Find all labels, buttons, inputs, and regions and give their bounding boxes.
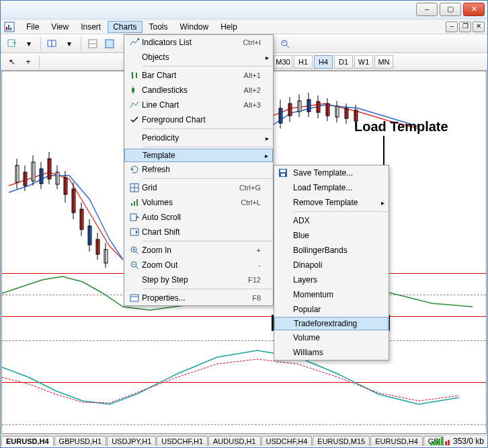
autoscroll-icon-icon: [127, 211, 142, 223]
menu-item-shortcut: +: [245, 246, 261, 254]
menu-item-zoom-in[interactable]: Zoom In+: [124, 243, 273, 258]
timeframe-mn[interactable]: MN: [374, 55, 393, 69]
chart-tab[interactable]: GBPUSD,H1: [54, 436, 107, 446]
mdi-minimize-button[interactable]: –: [446, 22, 458, 32]
blank-icon: [127, 274, 142, 286]
chart-tab[interactable]: EURUSD,M15: [313, 436, 370, 446]
menu-file[interactable]: File: [21, 21, 44, 33]
menu-item-label: Dinapoli: [293, 260, 379, 270]
status-bar: 353/0 kb: [430, 437, 484, 446]
menu-item-label: Line Chart: [142, 100, 232, 110]
menu-item-properties[interactable]: Properties...F8: [124, 291, 273, 305]
submenu-arrow-icon: ▸: [265, 152, 268, 159]
chart-tab[interactable]: USDJPY,H1: [107, 436, 156, 446]
market-watch-button[interactable]: [85, 36, 100, 51]
window-close-button[interactable]: ✕: [463, 3, 485, 16]
charts-dropdown-menu: Indicators ListCtrl+IObjects▸Bar ChartAl…: [124, 34, 274, 306]
template-item-layers[interactable]: Layers: [274, 272, 389, 287]
chart-tab[interactable]: EURUSD,H4: [1, 436, 54, 446]
navigator-button[interactable]: [102, 36, 117, 51]
menu-charts[interactable]: Charts: [108, 21, 142, 33]
menu-item-label: Zoom In: [142, 246, 245, 255]
template-item-williams[interactable]: Williams: [274, 345, 389, 360]
menu-item-auto-scroll[interactable]: Auto Scroll: [124, 210, 273, 225]
timeframe-d1[interactable]: D1: [334, 55, 353, 69]
submenu-arrow-icon: ▸: [266, 54, 269, 61]
menu-item-grid[interactable]: GridCtrl+G: [124, 180, 273, 195]
menu-view[interactable]: View: [46, 21, 74, 33]
menu-tools[interactable]: Tools: [144, 21, 173, 33]
template-item-popular[interactable]: Popular: [274, 302, 389, 317]
app-icon: [3, 21, 15, 33]
profiles-button[interactable]: [45, 36, 60, 51]
chart-tab[interactable]: EURUSD,H4: [370, 436, 423, 446]
template-item-blue[interactable]: Blue: [274, 228, 389, 243]
blank-icon: [127, 132, 142, 144]
svg-rect-84: [130, 214, 136, 221]
menu-window[interactable]: Window: [175, 21, 214, 33]
zoom-out-toolbar-icon[interactable]: -: [278, 36, 292, 51]
menu-item-line-chart[interactable]: Line ChartAlt+3: [124, 98, 273, 112]
dropdown-arrow-icon[interactable]: ▾: [62, 36, 77, 51]
cursor-tool-icon[interactable]: ↖: [5, 54, 19, 69]
menu-item-label: Zoom Out: [142, 260, 246, 270]
chartshift-icon-icon: [127, 226, 142, 238]
menu-item-indicators-list[interactable]: Indicators ListCtrl+I: [124, 35, 273, 50]
menu-item-shortcut: F8: [240, 294, 261, 302]
mdi-restore-button[interactable]: ❐: [459, 22, 471, 32]
menu-item-label: ADX: [293, 216, 379, 225]
submenu-arrow-icon: ▸: [381, 199, 384, 207]
menu-item-chart-shift[interactable]: Chart Shift: [124, 225, 273, 239]
svg-rect-104: [441, 437, 443, 445]
crosshair-tool-icon[interactable]: +: [21, 54, 36, 69]
chart-tab[interactable]: USDCHF,H1: [157, 436, 208, 446]
menu-item-label: Load Template...: [293, 183, 379, 192]
timeframe-m30[interactable]: M30: [274, 55, 292, 69]
chart-tab[interactable]: AUDUSD,H1: [208, 436, 261, 446]
timeframe-h1[interactable]: H1: [294, 55, 313, 69]
template-item-tradeforextrading[interactable]: Tradeforextrading: [274, 317, 389, 330]
titlebar[interactable]: – ▢ ✕: [1, 1, 487, 20]
svg-rect-2: [8, 25, 9, 30]
svg-rect-102: [436, 440, 438, 445]
chart-tab[interactable]: USDCHF,H4: [261, 436, 313, 446]
template-item-bollingerbands[interactable]: BollingerBands: [274, 243, 389, 258]
menu-item-objects[interactable]: Objects▸: [124, 50, 273, 65]
menu-item-label: Popular: [293, 305, 379, 314]
template-item-load-template[interactable]: Load Template...: [274, 180, 389, 195]
window-maximize-button[interactable]: ▢: [440, 3, 461, 16]
menu-help[interactable]: Help: [215, 21, 243, 33]
svg-rect-6: [48, 40, 52, 46]
template-item-volume[interactable]: Volume: [274, 330, 389, 345]
svg-rect-103: [438, 439, 440, 445]
menu-item-label: Grid: [142, 183, 227, 192]
timeframe-h4[interactable]: H4: [314, 55, 333, 69]
menu-item-shortcut: F12: [236, 276, 261, 284]
menu-item-periodicity[interactable]: Periodicity▸: [124, 130, 273, 145]
svg-rect-105: [445, 441, 447, 445]
menu-item-foreground-chart[interactable]: Foreground Chart: [124, 112, 273, 127]
new-chart-button[interactable]: +: [5, 36, 19, 51]
app-window: – ▢ ✕ File View Insert Charts Tools Wind…: [0, 0, 488, 448]
dropdown-arrow-icon[interactable]: ▾: [22, 36, 36, 51]
window-minimize-button[interactable]: –: [416, 3, 438, 16]
menu-item-zoom-out[interactable]: Zoom Out-: [124, 258, 273, 272]
mdi-close-button[interactable]: ✕: [473, 22, 485, 32]
menu-item-label: Remove Template: [293, 198, 379, 207]
menu-item-volumes[interactable]: VolumesCtrl+L: [124, 195, 273, 210]
menu-item-bar-chart[interactable]: Bar ChartAlt+1: [124, 68, 273, 83]
svg-rect-1: [6, 27, 7, 30]
menu-item-candlesticks[interactable]: CandlesticksAlt+2: [124, 83, 273, 98]
template-item-remove-template[interactable]: Remove Template▸: [274, 195, 389, 210]
menu-item-step-by-step[interactable]: Step by StepF12: [124, 272, 273, 287]
template-item-save-template[interactable]: Save Template...: [274, 165, 389, 180]
menu-item-refresh[interactable]: Refresh: [124, 162, 273, 177]
menu-item-template[interactable]: Template▸: [124, 149, 273, 162]
status-text: 353/0 kb: [453, 437, 484, 446]
template-item-adx[interactable]: ADX: [274, 213, 389, 228]
timeframe-w1[interactable]: W1: [354, 55, 373, 69]
menu-insert[interactable]: Insert: [75, 21, 106, 33]
svg-rect-7: [52, 40, 56, 46]
template-item-dinapoli[interactable]: Dinapoli: [274, 258, 389, 272]
template-item-momentum[interactable]: Momentum: [274, 287, 389, 302]
